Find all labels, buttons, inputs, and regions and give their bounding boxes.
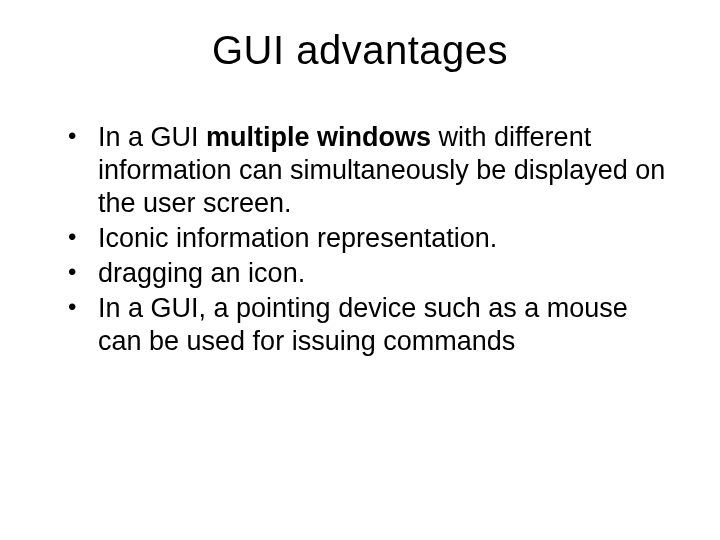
bullet-list: In a GUI multiple windows with different…: [50, 121, 670, 358]
bullet-text: In a GUI, a pointing device such as a mo…: [98, 293, 628, 356]
bullet-text-pre: In a GUI: [98, 122, 206, 152]
list-item: dragging an icon.: [68, 257, 670, 290]
slide-title: GUI advantages: [50, 28, 670, 73]
list-item: In a GUI, a pointing device such as a mo…: [68, 292, 670, 358]
list-item: In a GUI multiple windows with different…: [68, 121, 670, 220]
list-item: Iconic information representation.: [68, 222, 670, 255]
bullet-text: Iconic information representation.: [98, 223, 497, 253]
bullet-text: dragging an icon.: [98, 258, 305, 288]
bullet-text-bold: multiple windows: [206, 122, 439, 152]
